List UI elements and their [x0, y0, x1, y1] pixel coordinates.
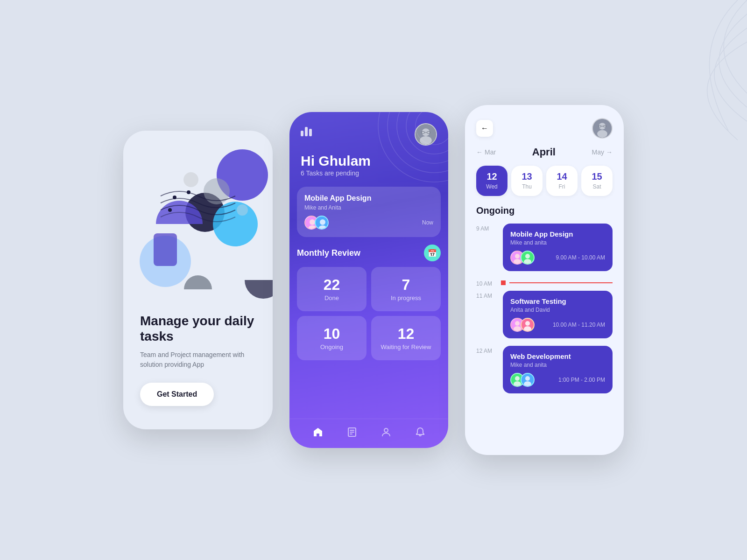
svg-point-46 [515, 321, 520, 326]
days-row: 12 Wed 13 Thu 14 Fri 15 Sat [465, 166, 624, 205]
monthly-review-header: Monthly Review 📅 [297, 245, 441, 261]
task-time: Now [422, 219, 433, 226]
day-13-name: Thu [522, 183, 532, 190]
stat-inprogress: 7 In progress [371, 267, 441, 311]
current-time-dot [501, 280, 506, 285]
event-mobile-app-title: Mobile App Design [510, 230, 605, 238]
monthly-review-title: Monthly Review [297, 248, 360, 258]
nav-home[interactable] [312, 427, 324, 441]
get-started-button[interactable]: Get Started [140, 383, 214, 406]
stat-inprogress-label: In progress [391, 294, 421, 301]
day-12[interactable]: 12 Wed [476, 166, 507, 196]
calendar-icon-button[interactable]: 📅 [424, 245, 441, 261]
task-avatars [304, 216, 325, 230]
prev-month-label: Mar [485, 148, 496, 156]
current-month: April [532, 146, 556, 158]
time-divider-10am: 10 AM [476, 279, 613, 287]
onboarding-title: Manage your daily tasks [140, 313, 256, 344]
next-month-label: May [592, 148, 604, 156]
phones-container: Manage your daily tasks Team and Project… [123, 105, 624, 455]
prev-arrow-icon: ← [476, 148, 483, 156]
phone-onboarding: Manage your daily tasks Team and Project… [123, 131, 273, 429]
event-web-dev-people: Mike and anita [510, 362, 605, 368]
stat-ongoing-label: Ongoing [320, 343, 343, 350]
event-software-testing-time: 10.00 AM - 11.20 AM [553, 322, 605, 328]
time-9am: 9 AM [476, 224, 497, 232]
stat-ongoing: 10 Ongoing [297, 316, 366, 360]
onboarding-subtitle: Team and Project management with solutio… [140, 350, 256, 370]
day-13-num: 13 [514, 171, 540, 182]
day-12-name: Wed [486, 183, 497, 190]
nav-profile[interactable] [381, 427, 392, 441]
event-web-dev-title: Web Development [510, 352, 605, 360]
svg-rect-10 [154, 233, 177, 266]
event-software-testing-title: Software Testing [510, 297, 605, 305]
event-software-testing[interactable]: Software Testing Anita and David [503, 291, 613, 338]
svg-point-12 [406, 112, 448, 154]
stat-done-number: 22 [306, 276, 357, 294]
stat-waiting: 12 Waiting for Review [371, 316, 441, 360]
svg-point-35 [597, 130, 607, 138]
day-13[interactable]: 13 Thu [511, 166, 543, 196]
event-row-9am: 9 AM Mobile App Design Mike and anita [476, 224, 613, 275]
current-time-line [509, 282, 613, 283]
svg-point-49 [525, 321, 530, 326]
svg-point-15 [378, 112, 448, 182]
svg-point-14 [388, 112, 448, 173]
month-nav: ← Mar April May → [465, 146, 624, 166]
day-14-num: 14 [549, 171, 575, 182]
event-software-testing-avatars [510, 318, 531, 332]
chart-icon [301, 123, 312, 136]
calendar-header: ← [465, 105, 624, 146]
task-footer: Now [304, 216, 433, 230]
stat-inprogress-number: 7 [381, 276, 431, 294]
nav-tasks[interactable] [346, 427, 358, 441]
day-15[interactable]: 15 Sat [581, 166, 613, 196]
svg-point-55 [525, 376, 530, 381]
event-software-testing-people: Anita and David [510, 307, 605, 313]
event-web-dev[interactable]: Web Development Mike and anita [503, 346, 613, 393]
event-mobile-app[interactable]: Mobile App Design Mike and anita [503, 224, 613, 271]
svg-point-8 [168, 208, 172, 212]
day-14[interactable]: 14 Fri [546, 166, 578, 196]
event-st-avatar-2 [521, 318, 535, 332]
calendar-user-avatar[interactable] [592, 118, 613, 139]
event-web-dev-footer: 1:00 PM - 2.00 PM [510, 373, 605, 387]
event-mobile-app-time: 9.00 AM - 10.00 AM [556, 254, 605, 261]
day-15-num: 15 [584, 171, 610, 182]
phone-calendar: ← ← Mar April May → [465, 105, 624, 455]
svg-point-26 [320, 219, 325, 225]
svg-point-6 [173, 196, 176, 199]
svg-point-13 [397, 112, 448, 163]
stats-grid: 22 Done 7 In progress 10 Ongoing 12 Wait… [297, 267, 441, 360]
time-12am: 12 AM [476, 346, 497, 354]
day-15-name: Sat [592, 183, 601, 190]
event-mobile-app-footer: 9.00 AM - 10.00 AM [510, 251, 605, 265]
svg-point-52 [515, 376, 520, 381]
event-mobile-app-people: Mike and anita [510, 239, 605, 246]
event-web-dev-avatars [510, 373, 531, 387]
next-arrow-icon: → [606, 148, 613, 156]
svg-point-7 [187, 190, 190, 194]
event-row-11am: 11 AM Software Testing Anita and David [476, 291, 613, 342]
svg-point-32 [384, 428, 388, 432]
stat-ongoing-number: 10 [306, 325, 357, 343]
event-row-12am: 12 AM Web Development Mike and anita [476, 346, 613, 397]
avatar-2 [315, 216, 329, 230]
event-avatar-2 [521, 251, 535, 265]
day-12-num: 12 [479, 171, 505, 182]
nav-notifications[interactable] [415, 427, 426, 441]
ongoing-title: Ongoing [476, 205, 613, 216]
svg-point-43 [525, 254, 530, 259]
back-button[interactable]: ← [476, 120, 493, 137]
bottom-nav [289, 419, 448, 448]
phone-dashboard: Hi Ghulam 6 Tasks are pending Mobile App… [289, 112, 448, 448]
onboarding-illustration [123, 131, 273, 308]
svg-point-4 [183, 172, 198, 187]
timeline: 9 AM Mobile App Design Mike and anita [476, 224, 613, 397]
svg-point-2 [213, 202, 258, 246]
next-month-button[interactable]: May → [592, 148, 613, 156]
time-10am-label: 10 AM [476, 279, 497, 287]
time-11am: 11 AM [476, 291, 497, 299]
prev-month-button[interactable]: ← Mar [476, 148, 496, 156]
